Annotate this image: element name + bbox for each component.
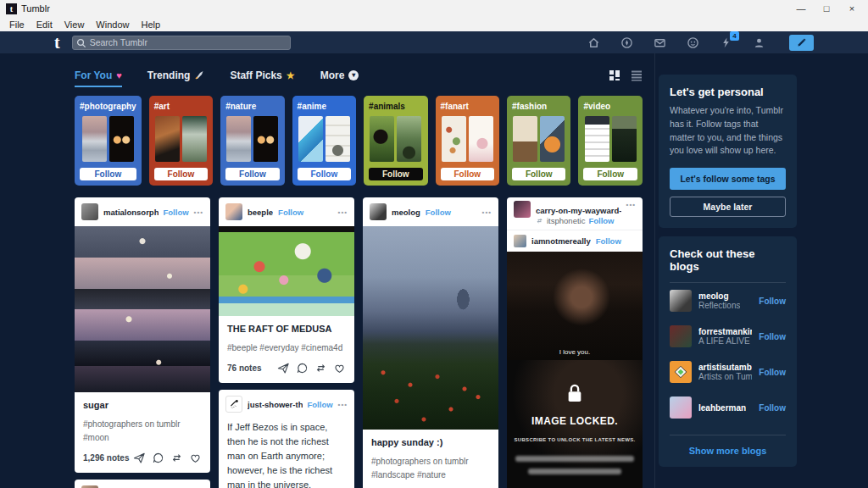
reply-icon[interactable] — [296, 362, 309, 374]
post-image[interactable] — [219, 226, 354, 316]
avatar[interactable] — [225, 203, 242, 220]
account-person-icon[interactable] — [753, 36, 765, 49]
blog-name[interactable]: artistisutambler — [698, 363, 752, 372]
tab-trending[interactable]: Trending — [147, 64, 205, 87]
blog-row[interactable]: forrestmankins A LIFE ALIVE Follow — [670, 319, 786, 354]
tab-more[interactable]: More ▾ — [320, 64, 359, 87]
menu-window[interactable]: Window — [90, 19, 135, 30]
menu-file[interactable]: File — [3, 19, 31, 30]
follow-link[interactable]: Follow — [759, 332, 786, 341]
blog-name[interactable]: matialonsorphoto — [103, 208, 159, 217]
post-tags[interactable]: #photographers on tumblr #landscape #nat… — [371, 455, 490, 482]
maybe-later-button[interactable]: Maybe later — [670, 197, 786, 217]
explore-compass-icon[interactable] — [620, 36, 633, 49]
follow-link[interactable]: Follow — [759, 297, 786, 306]
home-icon[interactable] — [587, 36, 600, 49]
list-view-icon[interactable] — [631, 69, 643, 81]
follow-button[interactable]: Follow — [369, 168, 422, 180]
maximize-button[interactable]: □ — [814, 0, 839, 17]
blog-name[interactable]: carry-on-my-wayward-butt — [536, 206, 621, 215]
tag-card-video[interactable]: #video Follow — [578, 96, 642, 186]
menu-edit[interactable]: Edit — [31, 19, 58, 30]
show-more-blogs-link[interactable]: Show more blogs — [670, 435, 786, 456]
follow-link[interactable]: Follow — [588, 216, 614, 225]
grid-view-icon[interactable] — [609, 69, 620, 81]
follow-button[interactable]: Follow — [154, 168, 208, 180]
blog-row[interactable]: leahberman Follow — [670, 390, 786, 425]
tag-card-anime[interactable]: #anime Follow — [292, 96, 356, 186]
post-tag[interactable]: #landscape #nature — [371, 470, 446, 480]
post-menu-icon[interactable]: ••• — [338, 208, 348, 216]
close-button[interactable]: × — [839, 0, 865, 17]
avatar[interactable] — [225, 396, 242, 413]
post-menu-icon[interactable]: ••• — [482, 208, 492, 216]
post-image[interactable]: I love you. — [507, 252, 643, 360]
avatar[interactable] — [514, 201, 531, 218]
follow-button[interactable]: Follow — [441, 168, 494, 180]
follow-button[interactable]: Follow — [225, 168, 279, 180]
follow-link[interactable]: Follow — [308, 400, 333, 409]
follow-button[interactable]: Follow — [512, 168, 565, 180]
avatar[interactable] — [514, 235, 526, 247]
create-post-button[interactable] — [789, 35, 814, 51]
reblog-source-name[interactable]: itsphonetic — [547, 216, 585, 225]
reblog-icon[interactable] — [170, 452, 183, 464]
post-tag[interactable]: #photographers on tumblr — [371, 457, 469, 466]
post-image[interactable] — [75, 226, 210, 392]
reply-icon[interactable] — [152, 452, 164, 464]
blog-name[interactable]: just-shower-thoughts — [248, 400, 303, 409]
like-heart-icon[interactable] — [333, 362, 346, 374]
activity-lightning-icon[interactable]: 4 — [720, 36, 732, 49]
follow-button[interactable]: Follow — [80, 168, 136, 180]
tumblr-logo[interactable]: t — [54, 33, 60, 52]
follow-button[interactable]: Follow — [583, 168, 637, 180]
follow-link[interactable]: Follow — [759, 403, 786, 413]
post-menu-icon[interactable]: ••• — [194, 208, 203, 216]
chat-smiley-icon[interactable] — [687, 36, 699, 49]
tag-card-photography[interactable]: #photography Follow — [75, 96, 142, 186]
avatar[interactable] — [670, 361, 692, 383]
blog-name[interactable]: meolog — [392, 208, 420, 217]
follow-link[interactable]: Follow — [164, 208, 189, 217]
post-menu-icon[interactable]: ••• — [338, 401, 348, 408]
follow-link[interactable]: Follow — [426, 208, 451, 217]
follow-tags-button[interactable]: Let's follow some tags — [670, 168, 786, 190]
blog-name[interactable]: beeple — [248, 208, 273, 217]
post-tags[interactable]: #photographers on tumblr #moon — [83, 418, 202, 445]
follow-link[interactable]: Follow — [596, 236, 621, 246]
avatar[interactable] — [670, 396, 692, 419]
menu-help[interactable]: Help — [135, 19, 166, 30]
blog-name[interactable]: leahberman — [698, 403, 746, 413]
notes-count[interactable]: 1,296 notes — [83, 453, 129, 463]
blog-row[interactable]: meolog Reflections Follow — [670, 283, 786, 319]
reblog-icon[interactable] — [314, 362, 327, 374]
post-image[interactable] — [363, 226, 498, 430]
search-input[interactable] — [72, 36, 291, 50]
avatar[interactable] — [81, 203, 98, 220]
avatar[interactable] — [670, 290, 692, 312]
tag-card-animals[interactable]: #animals Follow — [364, 96, 427, 186]
blog-row[interactable]: artistisutambler Artists on Tumblr Follo… — [670, 354, 786, 390]
messages-envelope-icon[interactable] — [654, 36, 666, 49]
tab-staff-picks[interactable]: Staff Picks ★ — [230, 64, 294, 87]
share-icon[interactable] — [133, 452, 146, 464]
post-tags[interactable]: #beeple #everyday #cinema4d — [227, 341, 346, 355]
avatar[interactable] — [370, 203, 387, 220]
share-icon[interactable] — [277, 362, 290, 374]
minimize-button[interactable]: — — [788, 0, 814, 17]
tag-card-fanart[interactable]: #fanart Follow — [436, 96, 499, 186]
follow-link[interactable]: Follow — [759, 368, 786, 377]
follow-link[interactable]: Follow — [278, 208, 303, 217]
follow-button[interactable]: Follow — [298, 168, 351, 180]
blog-name[interactable]: iamnotmereally — [531, 236, 591, 246]
like-heart-icon[interactable] — [189, 452, 202, 464]
tag-card-art[interactable]: #art Follow — [149, 96, 213, 186]
tag-card-fashion[interactable]: #fashion Follow — [507, 96, 570, 186]
tag-card-nature[interactable]: #nature Follow — [220, 96, 284, 186]
avatar[interactable] — [670, 325, 692, 347]
blog-name[interactable]: forrestmankins — [698, 327, 752, 336]
blog-name[interactable]: meolog — [698, 291, 740, 301]
menu-view[interactable]: View — [58, 19, 91, 30]
tab-for-you[interactable]: For You ♥ — [75, 64, 122, 87]
post-menu-icon[interactable]: ••• — [626, 201, 636, 230]
